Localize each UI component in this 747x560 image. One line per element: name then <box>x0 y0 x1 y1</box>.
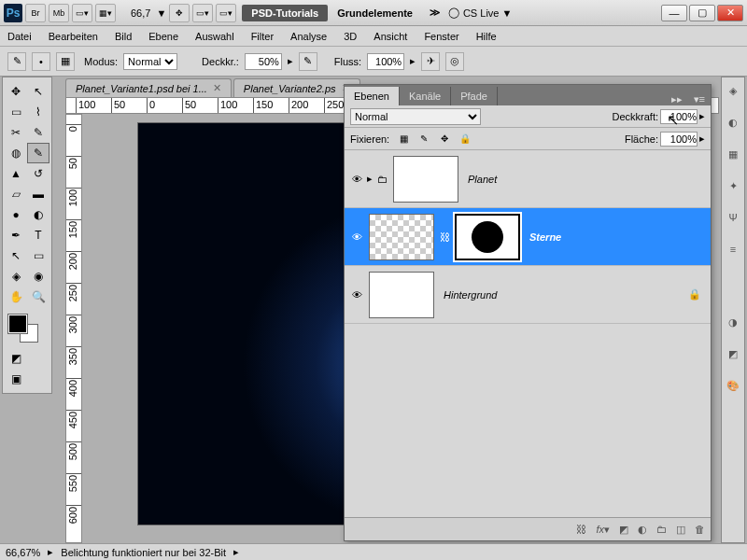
stamp-tool[interactable]: ▲ <box>5 163 27 184</box>
menu-ebene[interactable]: Ebene <box>148 31 178 42</box>
menu-hilfe[interactable]: Hilfe <box>476 31 497 42</box>
tab-kanaele[interactable]: Kanäle <box>400 87 451 105</box>
workspace-sub[interactable]: Grundelemente <box>328 5 422 21</box>
menu-analyse[interactable]: Analyse <box>290 31 327 42</box>
quickmask-tool[interactable]: ◩ <box>5 348 27 369</box>
screenmode-tool[interactable]: ▣ <box>5 369 27 389</box>
lock-move-icon[interactable]: ✥ <box>438 133 451 146</box>
fg-color-swatch[interactable] <box>8 315 27 333</box>
menu-auswahl[interactable]: Auswahl <box>195 31 234 42</box>
fill-stepper[interactable]: ▸ <box>699 133 705 145</box>
brush-panel-icon[interactable]: ▦ <box>56 52 75 71</box>
doc-tab-1[interactable]: Planet_Variante1.psd bei 1...✕ <box>65 78 232 97</box>
deckkr-input[interactable] <box>245 53 282 70</box>
layer-row-sterne[interactable]: 👁 ⛓ Sterne <box>345 208 711 266</box>
fx-icon[interactable]: fx▾ <box>596 524 610 536</box>
eraser-tool[interactable]: ▱ <box>5 184 27 204</box>
expand-icon[interactable]: ▸ <box>365 173 374 185</box>
heal-tool[interactable]: ◍ <box>5 143 27 163</box>
visibility-icon[interactable]: 👁 <box>348 289 365 301</box>
menu-datei[interactable]: Datei <box>7 31 32 42</box>
fluss-input[interactable] <box>367 53 404 70</box>
pen-tool[interactable]: ✒ <box>5 225 27 245</box>
eyedropper-tool[interactable]: ✎ <box>27 122 49 143</box>
workspace-name[interactable]: PSD-Tutorials <box>242 5 328 21</box>
airbrush-icon[interactable]: ✈ <box>421 52 440 71</box>
lasso-tool[interactable]: ⌇ <box>27 102 49 122</box>
visibility-icon[interactable]: 👁 <box>348 231 365 243</box>
status-arrow-icon[interactable]: ▸ <box>48 546 53 558</box>
fluss-stepper[interactable]: ▸ <box>410 55 416 67</box>
menu-fenster[interactable]: Fenster <box>424 31 458 42</box>
shape-tool[interactable]: ▭ <box>27 245 49 266</box>
panel-menu-icon[interactable]: ▾≡ <box>688 93 711 105</box>
brush-preset[interactable]: • <box>32 52 50 71</box>
move-tool[interactable]: ✥ <box>5 81 27 102</box>
zoom-level[interactable]: 66,7 <box>125 6 156 21</box>
layer-new-icon[interactable]: ◫ <box>676 524 685 536</box>
crop-tool[interactable]: ✂ <box>5 122 27 143</box>
3d-tool[interactable]: ◈ <box>5 266 27 287</box>
minibridge-button[interactable]: Mb <box>49 4 69 22</box>
layer-name[interactable]: Planet <box>468 174 497 185</box>
close-icon[interactable]: ✕ <box>213 82 221 94</box>
minimize-button[interactable]: — <box>661 5 687 21</box>
adjustments-dock-icon[interactable]: ◐ <box>724 113 742 132</box>
modus-select[interactable]: Normal <box>123 53 177 70</box>
info-dock-icon[interactable]: 🎨 <box>724 376 742 395</box>
layer-name[interactable]: Hintergrund <box>444 289 497 301</box>
hand-button[interactable]: ✥ <box>169 4 190 22</box>
nav-dock-icon[interactable]: ◑ <box>724 313 742 331</box>
layers-dock-icon[interactable]: ◈ <box>724 81 742 100</box>
pressure-size-icon[interactable]: ◎ <box>445 52 464 71</box>
proof-button[interactable]: ▭▾ <box>216 4 236 22</box>
canvas[interactable] <box>138 123 344 525</box>
status-arrow-icon[interactable]: ▸ <box>233 546 239 558</box>
opacity-input[interactable] <box>660 109 698 124</box>
marquee-tool[interactable]: ▭ <box>5 102 27 122</box>
menu-bearbeiten[interactable]: Bearbeiten <box>49 31 98 42</box>
screenmode-button[interactable]: ▭▾ <box>72 4 92 22</box>
gradient-tool[interactable]: ▬ <box>27 184 49 204</box>
camera-tool[interactable]: ◉ <box>27 266 49 287</box>
chevrons-icon[interactable]: ≫ <box>430 7 441 19</box>
bridge-button[interactable]: Br <box>25 4 46 22</box>
fill-input[interactable] <box>660 132 698 147</box>
hand-tool[interactable]: ✋ <box>5 287 27 307</box>
collapse-icon[interactable]: ▸▸ <box>666 93 688 105</box>
layer-name[interactable]: Sterne <box>529 231 561 243</box>
brush-tool-icon[interactable]: ✎ <box>7 52 26 71</box>
menu-bild[interactable]: Bild <box>115 31 132 42</box>
path-tool[interactable]: ↖ <box>5 245 27 266</box>
adjustment-add-icon[interactable]: ◐ <box>638 524 647 536</box>
type-tool[interactable]: T <box>27 225 49 245</box>
mask-thumb[interactable] <box>455 214 520 260</box>
menu-ansicht[interactable]: Ansicht <box>374 31 407 42</box>
layer-delete-icon[interactable]: 🗑 <box>695 524 705 535</box>
brush-tool[interactable]: ✎ <box>27 143 49 163</box>
tab-pfade[interactable]: Pfade <box>451 87 498 105</box>
brush-dock-icon[interactable]: ≡ <box>724 240 742 259</box>
status-zoom[interactable]: 66,67% <box>6 547 40 558</box>
layer-thumb[interactable] <box>369 214 434 260</box>
zoom-tool[interactable]: 🔍 <box>27 287 49 307</box>
dodge-tool[interactable]: ◐ <box>27 204 49 225</box>
layer-thumb[interactable] <box>393 156 458 203</box>
tab-ebenen[interactable]: Ebenen <box>345 87 400 105</box>
color-dock-icon[interactable]: Ψ <box>724 208 742 227</box>
lock-paint-icon[interactable]: ✎ <box>417 133 430 146</box>
menu-3d[interactable]: 3D <box>344 31 357 42</box>
zoom-arrow[interactable]: ▼ <box>156 7 166 19</box>
maximize-button[interactable]: ▢ <box>689 5 715 21</box>
pressure-opacity-icon[interactable]: ✎ <box>299 52 317 71</box>
styles-dock-icon[interactable]: ▦ <box>724 145 742 163</box>
blur-tool[interactable]: ● <box>5 204 27 225</box>
mask-add-icon[interactable]: ◩ <box>619 524 628 536</box>
layer-row-hintergrund[interactable]: 👁 Hintergrund 🔒 <box>345 266 711 324</box>
deckkr-stepper[interactable]: ▸ <box>288 55 293 67</box>
close-button[interactable]: ✕ <box>717 5 743 21</box>
link-icon[interactable]: ⛓ <box>438 231 451 243</box>
menu-filter[interactable]: Filter <box>251 31 274 42</box>
cslive-button[interactable]: CS Live ▼ <box>463 7 512 19</box>
swatches-dock-icon[interactable]: ✦ <box>724 176 742 195</box>
